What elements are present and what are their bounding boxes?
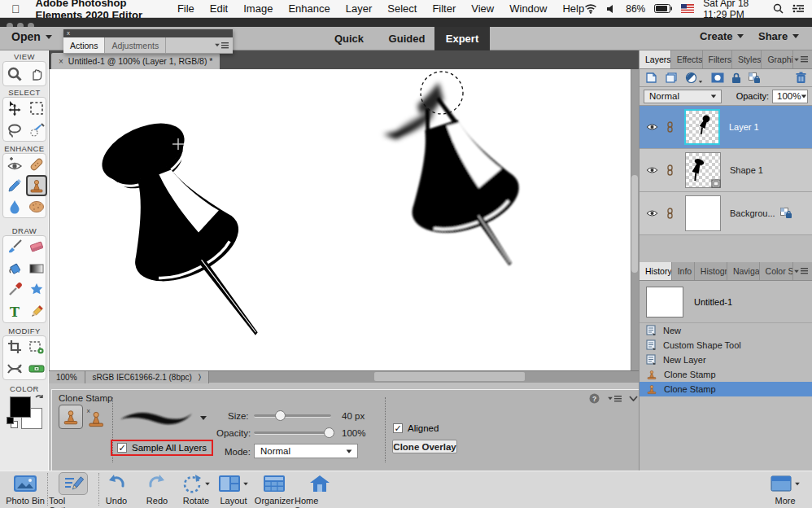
visibility-eye-icon[interactable] [646, 166, 658, 174]
vertical-scrollbar-thumb[interactable] [631, 175, 638, 273]
adjustment-layer-icon[interactable] [685, 72, 704, 84]
aligned-checkbox[interactable]: ✓ [393, 423, 403, 433]
pencil-tool[interactable] [26, 301, 47, 322]
menu-file[interactable]: File [177, 2, 194, 15]
sponge-tool[interactable] [26, 196, 47, 217]
tab-styles[interactable]: Styles [732, 50, 762, 68]
tab-layers[interactable]: Layers [640, 50, 671, 68]
menu-select[interactable]: Select [387, 2, 417, 15]
background-thumbnail[interactable] [685, 195, 721, 231]
history-panel-menu-icon[interactable] [793, 262, 812, 280]
opacity-slider[interactable] [254, 431, 331, 435]
link-layer-icon[interactable] [666, 164, 674, 176]
layer-opacity-dropdown[interactable]: 100% [772, 90, 808, 103]
size-slider-thumb[interactable] [275, 410, 286, 421]
type-tool[interactable]: T [4, 301, 25, 322]
gradient-tool[interactable] [26, 258, 47, 279]
history-doc-thumbnail[interactable] [646, 287, 683, 318]
recompose-tool[interactable] [26, 336, 47, 357]
share-button[interactable]: Share [758, 30, 799, 42]
new-group-icon[interactable] [665, 72, 678, 84]
tab-history[interactable]: History [640, 262, 672, 280]
history-item-new-layer[interactable]: New Layer [640, 353, 812, 367]
default-colors-icon[interactable] [7, 417, 14, 424]
document-canvas[interactable] [49, 69, 631, 370]
brush-tool[interactable] [4, 236, 25, 257]
clone-overlay-button[interactable]: Clone Overlay [392, 440, 457, 453]
document-tab-close-icon[interactable]: × [59, 57, 63, 66]
menu-window[interactable]: Window [509, 2, 547, 15]
quick-selection-tool[interactable] [26, 120, 47, 141]
tab-histogram[interactable]: Histogr [695, 262, 727, 280]
pattern-stamp-variant-button[interactable]: × [85, 407, 106, 428]
spot-healing-brush-tool[interactable] [26, 154, 47, 175]
layout-button[interactable]: Layout [216, 472, 251, 506]
history-item-clone-stamp-1[interactable]: Clone Stamp [640, 367, 812, 382]
layer1-thumbnail[interactable] [684, 109, 720, 145]
collapse-panel-chevron-icon[interactable] [629, 396, 638, 401]
tab-filters[interactable]: Filters [703, 50, 732, 68]
document-tab[interactable]: × Untitled-1 @ 100% (Layer 1, RGB/8) * [51, 53, 220, 69]
menu-view[interactable]: View [471, 2, 494, 15]
visibility-eye-icon[interactable] [646, 123, 658, 131]
smart-brush-tool[interactable] [4, 175, 25, 196]
history-item-custom-shape[interactable]: Custom Shape Tool [640, 338, 812, 353]
home-screen-button[interactable]: Home Screen [295, 472, 345, 508]
layer-row-layer1[interactable]: Layer 1 [640, 106, 812, 149]
move-tool[interactable] [4, 98, 25, 119]
eyedropper-tool[interactable] [4, 279, 25, 300]
tab-expert[interactable]: Expert [434, 27, 490, 50]
zoom-tool[interactable] [4, 64, 25, 85]
layer-mask-icon[interactable] [711, 72, 724, 83]
lock-icon[interactable] [731, 72, 741, 84]
zoom-level-chip[interactable]: 100% [49, 371, 85, 383]
background-name[interactable]: Backgrou... [730, 208, 775, 218]
red-eye-removal-tool[interactable] [4, 154, 25, 175]
brush-stroke-preview[interactable] [119, 405, 194, 430]
layer-row-background[interactable]: Backgrou... [640, 192, 812, 235]
foreground-color-swatch[interactable] [10, 396, 31, 418]
tab-color-swatches[interactable]: Color S [760, 262, 793, 280]
clone-stamp-variant-button[interactable] [59, 405, 83, 429]
mode-dropdown[interactable]: Normal [254, 444, 358, 458]
visibility-eye-icon[interactable] [646, 209, 658, 217]
link-layer-icon[interactable] [666, 208, 674, 219]
color-profile-chip[interactable]: sRGB IEC61966-2.1 (8bpc)〉 [85, 371, 210, 383]
blur-tool[interactable] [4, 196, 25, 217]
horizontal-scrollbar-thumb[interactable] [374, 372, 525, 381]
hand-tool[interactable] [26, 64, 47, 85]
menu-enhance[interactable]: Enhance [288, 2, 330, 15]
tab-graphics[interactable]: Graphi [762, 50, 793, 68]
undo-button[interactable]: Undo [103, 472, 130, 506]
more-button[interactable]: More [765, 472, 805, 506]
photo-bin-button[interactable]: Photo Bin [3, 472, 47, 506]
menu-edit[interactable]: Edit [210, 2, 228, 15]
opacity-slider-thumb[interactable] [324, 427, 334, 438]
create-button[interactable]: Create [700, 30, 744, 42]
blend-mode-dropdown[interactable]: Normal [644, 90, 722, 103]
tab-effects[interactable]: Effects [671, 50, 703, 68]
organizer-button[interactable]: Organizer [252, 472, 296, 506]
redo-button[interactable]: Redo [143, 472, 171, 506]
tab-navigator[interactable]: Naviga [727, 262, 760, 280]
open-button[interactable]: Open [11, 30, 52, 43]
swap-colors-icon[interactable] [34, 393, 44, 403]
brush-picker-caret-icon[interactable] [200, 416, 207, 420]
rotate-button[interactable]: Rotate [180, 472, 212, 506]
tab-quick[interactable]: Quick [324, 27, 374, 50]
menu-help[interactable]: Help [562, 2, 584, 15]
status-chevron-icon[interactable]: 〉 [199, 372, 201, 382]
history-doc-row[interactable]: Untitled-1 [640, 281, 812, 323]
eraser-tool[interactable] [26, 236, 47, 257]
tab-adjustments[interactable]: Adjustments [105, 37, 166, 53]
sample-all-layers-checkbox[interactable]: ✓ [117, 443, 127, 453]
floating-panel-titlebar[interactable]: x [63, 29, 233, 37]
history-item-new[interactable]: New [640, 323, 812, 338]
size-slider[interactable] [254, 414, 331, 418]
custom-shape-tool[interactable] [26, 279, 47, 300]
content-aware-move-tool[interactable] [4, 358, 25, 379]
link-layer-icon[interactable] [666, 121, 674, 133]
spotlight-search-icon[interactable] [773, 3, 784, 14]
menu-filter[interactable]: Filter [432, 2, 456, 15]
tool-options-button[interactable]: Tool Options [49, 472, 98, 508]
